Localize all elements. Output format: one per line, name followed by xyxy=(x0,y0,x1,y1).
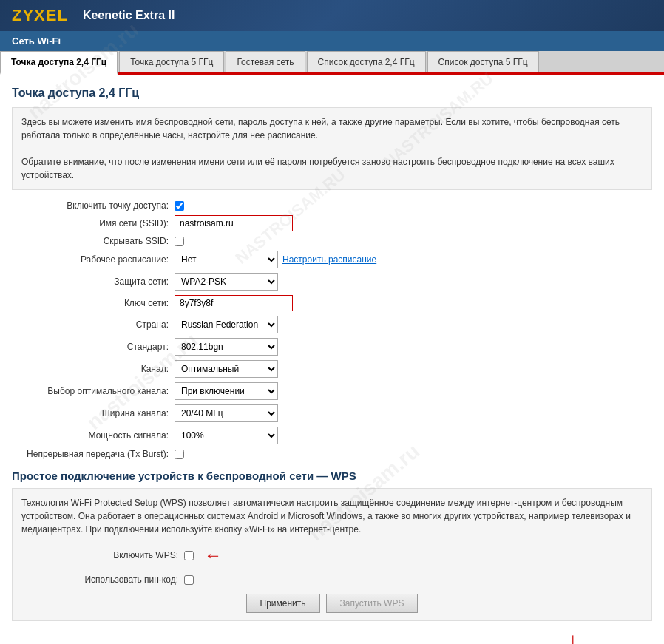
ssid-input[interactable] xyxy=(175,215,293,231)
page-title: Точка доступа 2,4 ГГц xyxy=(12,87,652,100)
enable-wps-checkbox[interactable] xyxy=(184,551,194,560)
info-text-1: Здесь вы можете изменить имя беспроводно… xyxy=(21,115,643,142)
schedule-control: Нет Настроить расписание xyxy=(175,251,376,268)
key-control xyxy=(175,295,293,311)
hide-ssid-control xyxy=(175,237,184,246)
tab-access-5[interactable]: Список доступа 5 ГГц xyxy=(427,51,539,72)
schedule-select[interactable]: Нет xyxy=(175,251,278,268)
model-name: Keenetic Extra II xyxy=(83,9,175,22)
wps-section-title: Простое подключение устройств к беспрово… xyxy=(12,470,652,482)
hide-ssid-checkbox[interactable] xyxy=(175,237,184,246)
header: ZYXEL Keenetic Extra II xyxy=(0,0,664,31)
tx-burst-row: Непрерывная передача (Tx Burst): xyxy=(12,449,652,459)
country-label: Страна: xyxy=(12,319,175,330)
enable-ap-row: Включить точку доступа: xyxy=(12,200,652,211)
key-input[interactable] xyxy=(175,295,293,311)
bandwidth-label: Ширина канала: xyxy=(12,408,175,418)
bandwidth-select[interactable]: 20/40 МГц xyxy=(175,404,278,422)
pin-control xyxy=(184,575,194,585)
power-control: 100% xyxy=(175,427,278,444)
pin-checkbox[interactable] xyxy=(184,575,194,585)
tab-24ghz[interactable]: Точка доступа 2,4 ГГц xyxy=(0,51,118,75)
channel-row: Канал: Оптимальный xyxy=(12,360,652,378)
arrow-icon: ← xyxy=(204,542,222,569)
tab-access-24[interactable]: Список доступа 2,4 ГГц xyxy=(307,51,426,72)
schedule-label: Рабочее расписание: xyxy=(12,254,175,265)
standard-select[interactable]: 802.11bgn xyxy=(175,338,278,356)
wps-info-text: Технология Wi-Fi Protected Setup (WPS) п… xyxy=(21,496,643,536)
info-text-2: Обратите внимание, что после изменения и… xyxy=(21,155,643,182)
enable-ap-control xyxy=(175,201,184,211)
standard-control: 802.11bgn xyxy=(175,338,278,356)
country-select[interactable]: Russian Federation xyxy=(175,316,278,333)
optimal-channel-row: Выбор оптимального канала: При включении xyxy=(12,382,652,400)
optimal-channel-control: При включении xyxy=(175,382,278,400)
start-wps-button[interactable]: Запустить WPS xyxy=(326,594,419,613)
security-row: Защита сети: WPA2-PSK xyxy=(12,273,652,291)
nav-bar: Сеть Wi-Fi xyxy=(0,31,664,51)
country-control: Russian Federation xyxy=(175,316,278,333)
ssid-control xyxy=(175,215,293,231)
pin-row: Использовать пин-код: xyxy=(21,573,643,586)
ap-form: Включить точку доступа: Имя сети (SSID):… xyxy=(12,200,652,459)
down-arrow-icon: ↓ xyxy=(568,628,578,644)
enable-ap-label: Включить точку доступа: xyxy=(12,200,175,211)
security-select[interactable]: WPA2-PSK xyxy=(175,273,278,291)
nav-title: Сеть Wi-Fi xyxy=(12,35,61,47)
wps-box: Технология Wi-Fi Protected Setup (WPS) п… xyxy=(12,488,652,621)
schedule-row: Рабочее расписание: Нет Настроить распис… xyxy=(12,251,652,268)
logo: ZYXEL xyxy=(12,6,68,25)
enable-wps-label: Включить WPS: xyxy=(21,549,184,562)
security-control: WPA2-PSK xyxy=(175,273,278,291)
key-row: Ключ сети: xyxy=(12,295,652,311)
standard-row: Стандарт: 802.11bgn xyxy=(12,338,652,356)
key-label: Ключ сети: xyxy=(12,298,175,308)
optimal-channel-select[interactable]: При включении xyxy=(175,382,278,400)
power-row: Мощность сигнала: 100% xyxy=(12,427,652,444)
apply-button[interactable]: Применить xyxy=(246,594,320,613)
bandwidth-control: 20/40 МГц xyxy=(175,404,278,422)
tx-burst-label: Непрерывная передача (Tx Burst): xyxy=(12,449,175,459)
power-select[interactable]: 100% xyxy=(175,427,278,444)
hide-ssid-row: Скрывать SSID: xyxy=(12,236,652,246)
tabs-bar: Точка доступа 2,4 ГГц Точка доступа 5 ГГ… xyxy=(0,51,664,75)
tx-burst-checkbox[interactable] xyxy=(175,450,184,459)
enable-wps-control: ← xyxy=(184,542,222,569)
schedule-link[interactable]: Настроить расписание xyxy=(282,254,376,265)
standard-label: Стандарт: xyxy=(12,342,175,352)
wps-form: Включить WPS: ← Использовать пин-код: xyxy=(21,542,643,586)
security-label: Защита сети: xyxy=(12,277,175,287)
channel-label: Канал: xyxy=(12,364,175,374)
button-row: Применить Запустить WPS xyxy=(21,594,643,613)
country-row: Страна: Russian Federation xyxy=(12,316,652,333)
enable-wps-row: Включить WPS: ← xyxy=(21,542,643,569)
bandwidth-row: Ширина канала: 20/40 МГц xyxy=(12,404,652,422)
pin-label: Использовать пин-код: xyxy=(21,573,184,586)
ssid-row: Имя сети (SSID): xyxy=(12,215,652,231)
enable-ap-checkbox[interactable] xyxy=(175,201,184,211)
optimal-channel-label: Выбор оптимального канала: xyxy=(12,386,175,396)
info-box: Здесь вы можете изменить имя беспроводно… xyxy=(12,107,652,190)
power-label: Мощность сигнала: xyxy=(12,430,175,441)
ssid-label: Имя сети (SSID): xyxy=(12,218,175,228)
main-content: Точка доступа 2,4 ГГц Здесь вы можете из… xyxy=(0,75,664,644)
channel-select[interactable]: Оптимальный xyxy=(175,360,278,378)
tx-burst-control xyxy=(175,450,184,459)
hide-ssid-label: Скрывать SSID: xyxy=(12,236,175,246)
tab-5ghz[interactable]: Точка доступа 5 ГГц xyxy=(119,51,224,72)
channel-control: Оптимальный xyxy=(175,360,278,378)
tab-guest[interactable]: Гостевая сеть xyxy=(226,51,305,72)
